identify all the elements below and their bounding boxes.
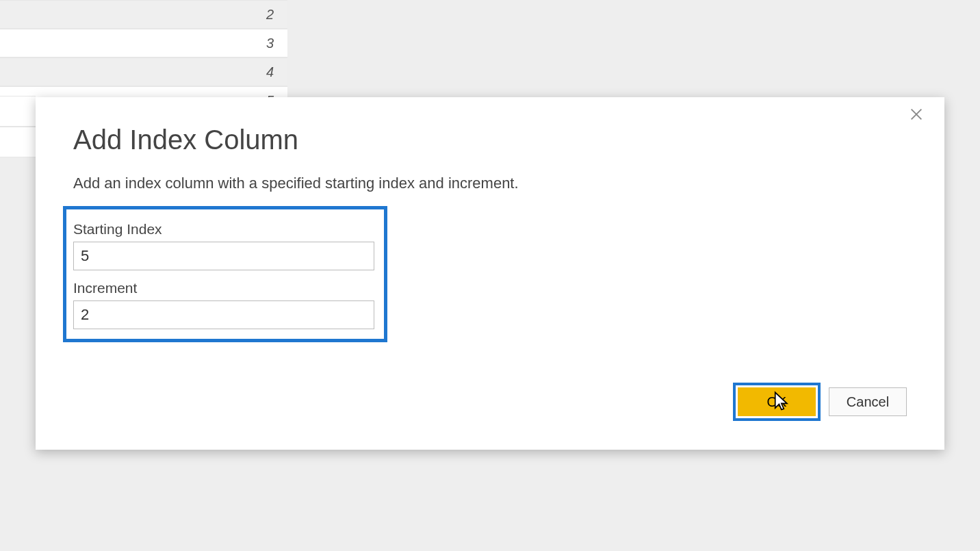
table-row: 2 <box>0 0 287 29</box>
starting-index-input[interactable] <box>73 242 374 270</box>
close-icon[interactable] <box>909 107 929 127</box>
increment-group: Increment <box>73 280 377 329</box>
add-index-column-dialog: Add Index Column Add an index column wit… <box>36 97 944 450</box>
dialog-description: Add an index column with a specified sta… <box>73 175 907 192</box>
starting-index-group: Starting Index <box>73 221 377 270</box>
increment-label: Increment <box>73 280 377 296</box>
starting-index-label: Starting Index <box>73 221 377 238</box>
increment-input[interactable] <box>73 300 374 329</box>
dialog-title: Add Index Column <box>73 125 907 155</box>
dialog-buttons: OK Cancel <box>733 383 907 421</box>
background-left-edge <box>0 96 36 157</box>
table-row: 4 <box>0 57 287 86</box>
table-row: 3 <box>0 29 287 57</box>
fields-highlight: Starting Index Increment <box>63 206 387 342</box>
ok-highlight: OK <box>733 383 821 421</box>
cancel-button[interactable]: Cancel <box>829 387 907 416</box>
ok-button[interactable]: OK <box>738 387 816 416</box>
